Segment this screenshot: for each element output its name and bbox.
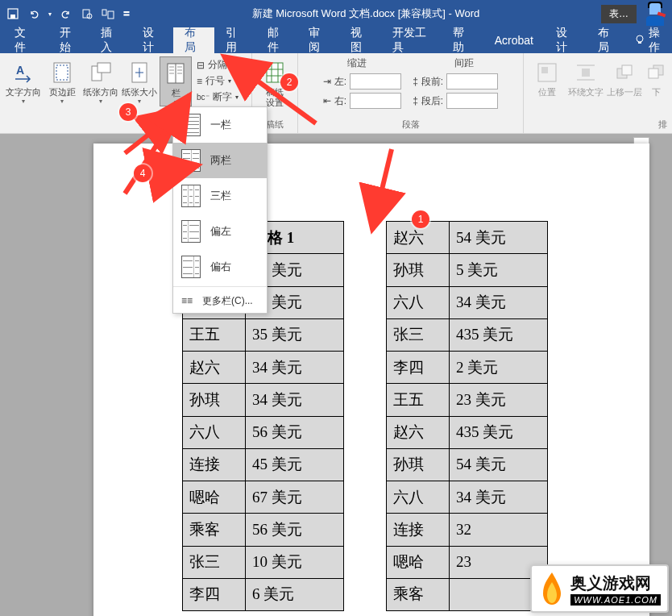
cell-name[interactable]: 赵六 [387,416,450,448]
qat-customize-icon[interactable]: 〓 [122,8,131,19]
cell-name[interactable]: 李四 [387,352,450,384]
table-row[interactable]: 王五35 美元 [183,318,344,351]
table-row[interactable]: 李四2 美元 [387,352,548,384]
tab-developer[interactable]: 开发工具 [381,27,442,53]
columns-three[interactable]: 三栏 [173,178,267,214]
cell-name[interactable]: 乘客 [183,514,246,546]
line-numbers-button[interactable]: ≡行号▾ [197,74,243,88]
table-right[interactable]: 赵六54 美元孙琪5 美元六八34 美元张三435 美元李四2 美元王五23 美… [386,221,548,611]
table-tools-context[interactable]: 表… [601,5,637,23]
cell-name[interactable]: 王五 [387,384,450,416]
save-icon[interactable] [6,7,19,20]
size-button[interactable]: 纸张大小 ▾ [121,56,158,105]
indent-right-input[interactable] [350,93,401,109]
cell-price[interactable]: 34 美元 [450,286,548,318]
cell-price[interactable]: 67 美元 [246,481,344,514]
spacing-after-input[interactable] [446,93,498,109]
cell-name[interactable]: 孙琪 [387,254,450,286]
table-row[interactable]: 孙琪54 美元 [387,448,548,481]
tab-view[interactable]: 视图 [339,27,381,53]
hyphenation-button[interactable]: bc⁻断字▾ [197,90,243,104]
cell-name[interactable]: 乘客 [387,578,450,610]
cell-name[interactable]: 嗯哈 [183,481,246,514]
table-row[interactable]: 嗯哈23 [387,546,548,578]
cell-name[interactable]: 六八 [183,416,246,448]
cell-name[interactable]: 六八 [387,286,450,318]
cell-price[interactable]: 54 美元 [450,222,548,254]
cell-name[interactable]: 孙琪 [387,448,450,481]
cell-price[interactable]: 34 美元 [246,352,344,384]
table-row[interactable]: 赵六34 美元 [183,352,344,384]
cell-name[interactable]: 李四 [183,578,246,610]
cell-price[interactable]: 56 美元 [246,514,344,546]
table-row[interactable]: 赵六54 美元 [387,222,548,254]
touch-mode-icon[interactable] [102,7,114,20]
table-row[interactable]: 乘客 [387,578,548,610]
cell-name[interactable]: 张三 [183,546,246,578]
breaks-button[interactable]: ⊟分隔符▾ [197,58,243,72]
cell-name[interactable]: 嗯哈 [387,546,450,578]
cell-name[interactable]: 六八 [387,481,450,514]
cell-price[interactable]: 435 美元 [450,318,548,351]
cell-price[interactable]: 2 美元 [450,352,548,384]
tell-me[interactable]: 操作 [628,26,672,55]
cell-price[interactable]: 56 美元 [246,416,344,448]
wrap-text-button[interactable]: 环绕文字 [567,56,604,98]
cell-name[interactable]: 连接 [183,448,246,481]
table-row[interactable]: 嗯哈67 美元 [183,481,344,514]
cell-price[interactable]: 35 美元 [246,318,344,351]
table-row[interactable]: 张三10 美元 [183,546,344,578]
tab-acrobat[interactable]: Acrobat [483,27,545,53]
columns-right[interactable]: 偏右 [173,249,267,285]
bring-forward-button[interactable]: 上移一层 [606,56,643,98]
table-row[interactable]: 张三435 美元 [387,318,548,351]
cell-price[interactable]: 54 美元 [450,448,548,481]
table-row[interactable]: 乘客56 美元 [183,514,344,546]
columns-left[interactable]: 偏左 [173,214,267,249]
tab-help[interactable]: 帮助 [442,27,483,53]
text-direction-button[interactable]: A 文字方向 ▾ [5,56,42,105]
cell-price[interactable]: 10 美元 [246,546,344,578]
table-row[interactable]: 王五23 美元 [387,384,548,416]
cell-name[interactable]: 张三 [387,318,450,351]
undo-icon[interactable] [27,7,40,20]
cell-name[interactable]: 孙琪 [183,384,246,416]
table-row[interactable]: 六八34 美元 [387,481,548,514]
indent-left-input[interactable] [350,73,401,89]
tab-insert[interactable]: 插入 [89,27,131,53]
cell-price[interactable]: 45 美元 [246,448,344,481]
cell-price[interactable]: 6 美元 [246,578,344,610]
print-preview-icon[interactable] [81,7,93,20]
cell-price[interactable]: 34 美元 [246,384,344,416]
tab-file[interactable]: 文件 [0,27,48,53]
tab-design[interactable]: 设计 [131,27,173,53]
position-button[interactable]: 位置 [529,56,566,98]
cell-price[interactable]: 23 美元 [450,384,548,416]
tab-home[interactable]: 开始 [48,27,90,53]
tab-table-layout[interactable]: 布局 [587,27,628,53]
user-avatar[interactable] [643,2,667,26]
cell-name[interactable]: 王五 [183,318,246,351]
tab-mailings[interactable]: 邮件 [256,27,298,53]
cell-name[interactable]: 赵六 [183,352,246,384]
cell-price[interactable]: 435 美元 [450,416,548,448]
table-row[interactable]: 六八56 美元 [183,416,344,448]
send-backward-button[interactable]: 下 [645,56,667,98]
redo-icon[interactable] [60,7,73,20]
columns-one[interactable]: 一栏 [173,107,267,143]
tab-table-design[interactable]: 设计 [545,27,587,53]
tab-references[interactable]: 引用 [214,27,256,53]
cell-price[interactable]: 34 美元 [450,481,548,514]
cell-price[interactable]: 5 美元 [450,254,548,286]
table-row[interactable]: 六八34 美元 [387,286,548,318]
table-row[interactable]: 连接45 美元 [183,448,344,481]
table-row[interactable]: 孙琪34 美元 [183,384,344,416]
cell-name[interactable]: 连接 [387,514,450,546]
spacing-before-input[interactable] [446,73,498,89]
margins-button[interactable]: 页边距 ▾ [44,56,81,105]
columns-two[interactable]: 两栏 [173,143,267,178]
table-row[interactable]: 连接32 [387,514,548,546]
table-row[interactable]: 赵六435 美元 [387,416,548,448]
tab-layout[interactable]: 布局 [173,27,215,53]
table-row[interactable]: 李四6 美元 [183,578,344,610]
